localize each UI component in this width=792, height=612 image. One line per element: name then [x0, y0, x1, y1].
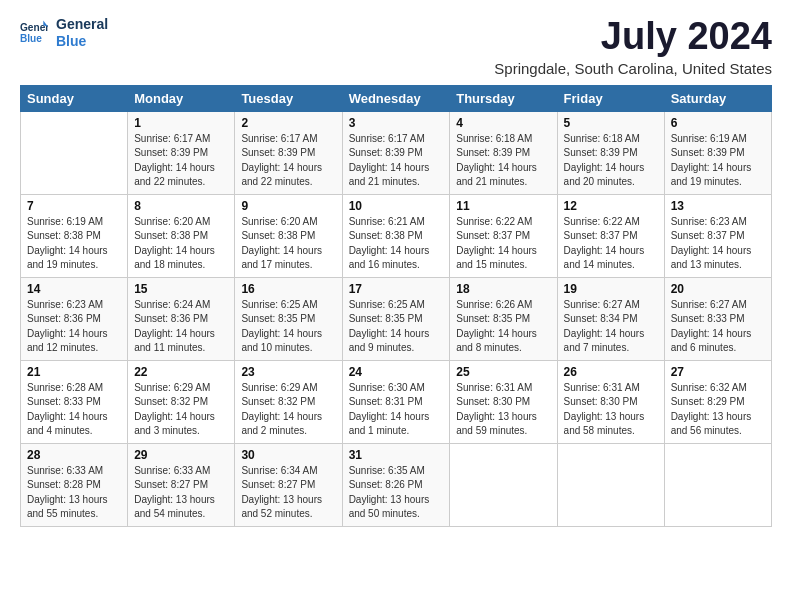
logo-text-blue: Blue — [56, 33, 108, 50]
calendar-cell: 8Sunrise: 6:20 AM Sunset: 8:38 PM Daylig… — [128, 194, 235, 277]
day-info: Sunrise: 6:30 AM Sunset: 8:31 PM Dayligh… — [349, 381, 444, 439]
calendar-cell: 14Sunrise: 6:23 AM Sunset: 8:36 PM Dayli… — [21, 277, 128, 360]
day-info: Sunrise: 6:33 AM Sunset: 8:27 PM Dayligh… — [134, 464, 228, 522]
day-number: 29 — [134, 448, 228, 462]
day-info: Sunrise: 6:19 AM Sunset: 8:38 PM Dayligh… — [27, 215, 121, 273]
calendar-cell: 19Sunrise: 6:27 AM Sunset: 8:34 PM Dayli… — [557, 277, 664, 360]
day-number: 15 — [134, 282, 228, 296]
calendar-cell: 27Sunrise: 6:32 AM Sunset: 8:29 PM Dayli… — [664, 360, 771, 443]
day-number: 10 — [349, 199, 444, 213]
calendar-cell: 29Sunrise: 6:33 AM Sunset: 8:27 PM Dayli… — [128, 443, 235, 526]
day-number: 22 — [134, 365, 228, 379]
day-info: Sunrise: 6:20 AM Sunset: 8:38 PM Dayligh… — [134, 215, 228, 273]
day-number: 19 — [564, 282, 658, 296]
calendar-cell: 23Sunrise: 6:29 AM Sunset: 8:32 PM Dayli… — [235, 360, 342, 443]
calendar-cell: 1Sunrise: 6:17 AM Sunset: 8:39 PM Daylig… — [128, 111, 235, 194]
day-number: 12 — [564, 199, 658, 213]
day-number: 23 — [241, 365, 335, 379]
day-info: Sunrise: 6:23 AM Sunset: 8:37 PM Dayligh… — [671, 215, 765, 273]
day-info: Sunrise: 6:18 AM Sunset: 8:39 PM Dayligh… — [564, 132, 658, 190]
month-title: July 2024 — [494, 16, 772, 58]
day-info: Sunrise: 6:28 AM Sunset: 8:33 PM Dayligh… — [27, 381, 121, 439]
calendar-cell: 11Sunrise: 6:22 AM Sunset: 8:37 PM Dayli… — [450, 194, 557, 277]
day-info: Sunrise: 6:17 AM Sunset: 8:39 PM Dayligh… — [349, 132, 444, 190]
day-number: 2 — [241, 116, 335, 130]
day-of-week-header: Thursday — [450, 85, 557, 111]
day-info: Sunrise: 6:25 AM Sunset: 8:35 PM Dayligh… — [241, 298, 335, 356]
day-info: Sunrise: 6:17 AM Sunset: 8:39 PM Dayligh… — [134, 132, 228, 190]
calendar-cell: 26Sunrise: 6:31 AM Sunset: 8:30 PM Dayli… — [557, 360, 664, 443]
day-info: Sunrise: 6:17 AM Sunset: 8:39 PM Dayligh… — [241, 132, 335, 190]
day-info: Sunrise: 6:23 AM Sunset: 8:36 PM Dayligh… — [27, 298, 121, 356]
day-number: 27 — [671, 365, 765, 379]
day-number: 17 — [349, 282, 444, 296]
page-header: General Blue General Blue July 2024 Spri… — [20, 16, 772, 77]
calendar-cell: 7Sunrise: 6:19 AM Sunset: 8:38 PM Daylig… — [21, 194, 128, 277]
day-of-week-header: Friday — [557, 85, 664, 111]
day-info: Sunrise: 6:29 AM Sunset: 8:32 PM Dayligh… — [241, 381, 335, 439]
day-of-week-header: Sunday — [21, 85, 128, 111]
calendar-header-row: SundayMondayTuesdayWednesdayThursdayFrid… — [21, 85, 772, 111]
day-info: Sunrise: 6:22 AM Sunset: 8:37 PM Dayligh… — [564, 215, 658, 273]
calendar-week-row: 28Sunrise: 6:33 AM Sunset: 8:28 PM Dayli… — [21, 443, 772, 526]
day-number: 30 — [241, 448, 335, 462]
day-number: 8 — [134, 199, 228, 213]
calendar-cell: 30Sunrise: 6:34 AM Sunset: 8:27 PM Dayli… — [235, 443, 342, 526]
day-number: 28 — [27, 448, 121, 462]
calendar-cell: 5Sunrise: 6:18 AM Sunset: 8:39 PM Daylig… — [557, 111, 664, 194]
day-info: Sunrise: 6:19 AM Sunset: 8:39 PM Dayligh… — [671, 132, 765, 190]
calendar-cell: 18Sunrise: 6:26 AM Sunset: 8:35 PM Dayli… — [450, 277, 557, 360]
calendar-cell: 22Sunrise: 6:29 AM Sunset: 8:32 PM Dayli… — [128, 360, 235, 443]
day-of-week-header: Saturday — [664, 85, 771, 111]
day-info: Sunrise: 6:35 AM Sunset: 8:26 PM Dayligh… — [349, 464, 444, 522]
calendar-cell: 24Sunrise: 6:30 AM Sunset: 8:31 PM Dayli… — [342, 360, 450, 443]
calendar-cell: 16Sunrise: 6:25 AM Sunset: 8:35 PM Dayli… — [235, 277, 342, 360]
day-number: 18 — [456, 282, 550, 296]
day-info: Sunrise: 6:31 AM Sunset: 8:30 PM Dayligh… — [564, 381, 658, 439]
day-number: 13 — [671, 199, 765, 213]
day-info: Sunrise: 6:22 AM Sunset: 8:37 PM Dayligh… — [456, 215, 550, 273]
day-number: 3 — [349, 116, 444, 130]
day-number: 20 — [671, 282, 765, 296]
day-number: 4 — [456, 116, 550, 130]
calendar-cell: 6Sunrise: 6:19 AM Sunset: 8:39 PM Daylig… — [664, 111, 771, 194]
calendar-cell — [557, 443, 664, 526]
day-of-week-header: Tuesday — [235, 85, 342, 111]
calendar-week-row: 21Sunrise: 6:28 AM Sunset: 8:33 PM Dayli… — [21, 360, 772, 443]
calendar-cell: 3Sunrise: 6:17 AM Sunset: 8:39 PM Daylig… — [342, 111, 450, 194]
calendar-cell: 13Sunrise: 6:23 AM Sunset: 8:37 PM Dayli… — [664, 194, 771, 277]
day-info: Sunrise: 6:25 AM Sunset: 8:35 PM Dayligh… — [349, 298, 444, 356]
day-number: 1 — [134, 116, 228, 130]
day-number: 21 — [27, 365, 121, 379]
day-info: Sunrise: 6:34 AM Sunset: 8:27 PM Dayligh… — [241, 464, 335, 522]
calendar-cell — [664, 443, 771, 526]
day-info: Sunrise: 6:27 AM Sunset: 8:33 PM Dayligh… — [671, 298, 765, 356]
day-number: 11 — [456, 199, 550, 213]
day-info: Sunrise: 6:20 AM Sunset: 8:38 PM Dayligh… — [241, 215, 335, 273]
day-info: Sunrise: 6:24 AM Sunset: 8:36 PM Dayligh… — [134, 298, 228, 356]
day-number: 31 — [349, 448, 444, 462]
day-number: 9 — [241, 199, 335, 213]
calendar-cell: 15Sunrise: 6:24 AM Sunset: 8:36 PM Dayli… — [128, 277, 235, 360]
day-info: Sunrise: 6:29 AM Sunset: 8:32 PM Dayligh… — [134, 381, 228, 439]
calendar-cell: 10Sunrise: 6:21 AM Sunset: 8:38 PM Dayli… — [342, 194, 450, 277]
day-info: Sunrise: 6:21 AM Sunset: 8:38 PM Dayligh… — [349, 215, 444, 273]
location-title: Springdale, South Carolina, United State… — [494, 60, 772, 77]
calendar-cell — [450, 443, 557, 526]
calendar-cell — [21, 111, 128, 194]
day-info: Sunrise: 6:33 AM Sunset: 8:28 PM Dayligh… — [27, 464, 121, 522]
calendar-cell: 9Sunrise: 6:20 AM Sunset: 8:38 PM Daylig… — [235, 194, 342, 277]
calendar-cell: 28Sunrise: 6:33 AM Sunset: 8:28 PM Dayli… — [21, 443, 128, 526]
day-number: 14 — [27, 282, 121, 296]
calendar-week-row: 14Sunrise: 6:23 AM Sunset: 8:36 PM Dayli… — [21, 277, 772, 360]
calendar-cell: 2Sunrise: 6:17 AM Sunset: 8:39 PM Daylig… — [235, 111, 342, 194]
logo-icon: General Blue — [20, 19, 48, 47]
day-info: Sunrise: 6:27 AM Sunset: 8:34 PM Dayligh… — [564, 298, 658, 356]
calendar-cell: 17Sunrise: 6:25 AM Sunset: 8:35 PM Dayli… — [342, 277, 450, 360]
calendar-week-row: 1Sunrise: 6:17 AM Sunset: 8:39 PM Daylig… — [21, 111, 772, 194]
svg-text:Blue: Blue — [20, 32, 42, 43]
logo: General Blue General Blue — [20, 16, 108, 50]
calendar-table: SundayMondayTuesdayWednesdayThursdayFrid… — [20, 85, 772, 527]
day-number: 5 — [564, 116, 658, 130]
day-info: Sunrise: 6:26 AM Sunset: 8:35 PM Dayligh… — [456, 298, 550, 356]
